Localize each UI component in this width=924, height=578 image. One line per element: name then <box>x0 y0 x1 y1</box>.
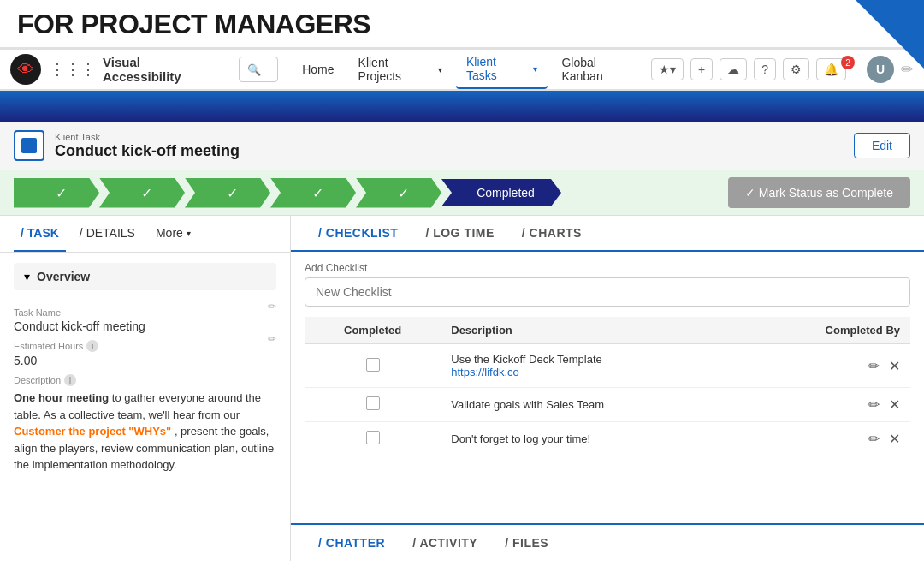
overview-section[interactable]: ▾ Overview <box>14 263 276 290</box>
checklist-desc-2: Validate goals with Sales Team <box>451 398 733 411</box>
checklist-checkbox-cell <box>305 344 441 388</box>
task-breadcrumb: Klient Task <box>55 132 240 142</box>
help-button[interactable]: ? <box>754 58 776 80</box>
checklist-delete-icon-1[interactable]: ✕ <box>889 359 900 373</box>
checklist-checkbox-cell <box>305 388 441 422</box>
checklist-checkbox-1[interactable] <box>366 358 380 372</box>
notifications-container: 🔔 2 <box>816 58 860 80</box>
nav-item-klient-tasks[interactable]: Klient Tasks ▾ <box>456 50 548 89</box>
checklist-desc-3: Don't forget to log your time! <box>451 432 733 445</box>
app-name: Visual Accessibility <box>103 55 222 84</box>
pipeline-step-4[interactable]: ✓ <box>270 178 356 208</box>
description-field: Description i One hour meeting to gather… <box>14 374 276 474</box>
estimated-hours-value: 5.00 <box>14 354 98 367</box>
app-logo[interactable]: 👁 <box>10 54 41 85</box>
checklist-desc-cell-2: Validate goals with Sales Team <box>441 388 743 422</box>
chevron-down-icon: ▾ <box>187 229 191 238</box>
task-name-label: Task Name <box>14 307 145 318</box>
checklist-row: Validate goals with Sales Team ✏ ✕ <box>305 388 910 422</box>
add-icon: + <box>698 63 705 76</box>
overview-label: Overview <box>37 270 90 283</box>
task-name-edit-icon[interactable]: ✏ <box>268 301 276 313</box>
pipeline-step-1[interactable]: ✓ <box>14 178 99 208</box>
tab-checklist[interactable]: / CHECKLIST <box>305 216 412 252</box>
eye-icon: 👁 <box>17 60 34 80</box>
nav-links: Home Klient Projects ▾ Klient Tasks ▾ Gl… <box>292 50 651 89</box>
tab-charts[interactable]: / CHARTS <box>508 216 595 252</box>
nav-item-global-kanban[interactable]: Global Kanban <box>551 51 651 88</box>
search-icon: 🔍 <box>247 63 261 76</box>
pipeline-step-5[interactable]: ✓ <box>356 178 441 208</box>
tab-chatter[interactable]: / CHATTER <box>305 526 399 560</box>
description-text: One hour meeting to gather everyone arou… <box>14 390 276 474</box>
task-header-left: Klient Task Conduct kick-off meeting <box>14 130 240 161</box>
checklist-desc-1: Use the Kickoff Deck Template <box>451 353 733 366</box>
header-completed: Completed <box>305 317 441 344</box>
checklist-desc-cell-1: Use the Kickoff Deck Template https://li… <box>441 344 743 388</box>
estimated-hours-label: Estimated Hours i <box>14 340 98 352</box>
navigation-bar: 👁 ⋮⋮⋮ Visual Accessibility 🔍 Home Klient… <box>0 50 924 91</box>
banner-triangle <box>856 0 924 69</box>
notification-badge: 2 <box>841 56 855 69</box>
star-icon: ★▾ <box>659 63 676 76</box>
task-name-value: Conduct kick-off meeting <box>14 319 145 333</box>
tab-files[interactable]: / FILES <box>491 526 562 560</box>
pipeline: ✓ ✓ ✓ ✓ ✓ Completed ✓ Mark Status as Com… <box>0 170 924 216</box>
tab-more[interactable]: More ▾ <box>149 216 198 252</box>
checklist-checkbox-2[interactable] <box>366 396 380 410</box>
bottom-tabs: / CHATTER / ACTIVITY / FILES <box>291 523 924 561</box>
breadcrumb-bar <box>0 91 924 122</box>
checklist-checkbox-cell <box>305 422 441 456</box>
add-checklist-label: Add Checklist <box>305 262 910 274</box>
task-title-group: Klient Task Conduct kick-off meeting <box>55 132 240 160</box>
mark-complete-button[interactable]: ✓ Mark Status as Complete <box>728 177 910 208</box>
checklist-actions-2: ✏ ✕ <box>743 388 910 422</box>
banner-title: FOR PROJECT MANAGERS <box>17 9 907 40</box>
help-icon: ? <box>761 63 768 76</box>
estimated-hours-field: Estimated Hours i 5.00 ✏ <box>14 333 276 367</box>
checklist-actions-1: ✏ ✕ <box>743 344 910 388</box>
desc-orange: Customer the project "WHYs" <box>14 425 171 438</box>
right-tabs: / CHECKLIST / LOG TIME / CHARTS <box>291 216 924 252</box>
estimated-hours-edit-icon[interactable]: ✏ <box>268 333 276 345</box>
info-icon: i <box>64 374 76 386</box>
chevron-down-icon: ▾ <box>533 64 537 74</box>
checklist-delete-icon-3[interactable]: ✕ <box>889 432 900 446</box>
add-button[interactable]: + <box>690 58 713 80</box>
checklist-link-1[interactable]: https://lifdk.co <box>451 366 733 378</box>
edit-button[interactable]: Edit <box>854 133 910 158</box>
checklist-checkbox-3[interactable] <box>366 431 380 444</box>
nav-item-klient-projects[interactable]: Klient Projects ▾ <box>348 51 453 88</box>
checklist-edit-icon-3[interactable]: ✏ <box>868 432 880 446</box>
pipeline-step-completed[interactable]: Completed <box>441 179 561 206</box>
cloud-button[interactable]: ☁ <box>720 58 747 80</box>
right-panel: / CHECKLIST / LOG TIME / CHARTS Add Chec… <box>291 216 924 561</box>
chevron-down-icon: ▾ <box>438 65 442 74</box>
search-container: 🔍 <box>239 57 278 82</box>
chevron-down-icon: ▾ <box>24 270 30 283</box>
checklist-edit-icon-2[interactable]: ✏ <box>868 397 880 412</box>
description-label: Description i <box>14 374 276 386</box>
nav-item-home[interactable]: Home <box>292 57 344 81</box>
checklist-row: Use the Kickoff Deck Template https://li… <box>305 344 910 388</box>
tab-log-time[interactable]: / LOG TIME <box>412 216 507 252</box>
star-button[interactable]: ★▾ <box>651 58 684 80</box>
task-icon-box <box>14 130 44 161</box>
top-banner: FOR PROJECT MANAGERS <box>0 0 924 50</box>
left-tabs: / TASK / DETAILS More ▾ <box>0 216 290 253</box>
grid-icon[interactable]: ⋮⋮⋮ <box>50 60 96 79</box>
tab-activity[interactable]: / ACTIVITY <box>399 526 491 560</box>
checklist-delete-icon-2[interactable]: ✕ <box>889 397 900 412</box>
info-icon: i <box>86 340 98 352</box>
left-panel: / TASK / DETAILS More ▾ ▾ Overview Task … <box>0 216 291 561</box>
right-content: Add Checklist Completed Description Comp… <box>291 252 924 523</box>
pipeline-step-3[interactable]: ✓ <box>185 178 270 208</box>
add-checklist-input[interactable] <box>305 277 910 307</box>
tab-details[interactable]: / DETAILS <box>73 216 142 252</box>
pipeline-step-2[interactable]: ✓ <box>99 178 185 208</box>
cloud-icon: ☁ <box>727 63 739 76</box>
tab-task[interactable]: / TASK <box>14 216 66 252</box>
settings-button[interactable]: ⚙ <box>783 58 809 80</box>
checklist-edit-icon-1[interactable]: ✏ <box>868 359 880 373</box>
task-name-field: Task Name Conduct kick-off meeting ✏ <box>14 301 276 333</box>
